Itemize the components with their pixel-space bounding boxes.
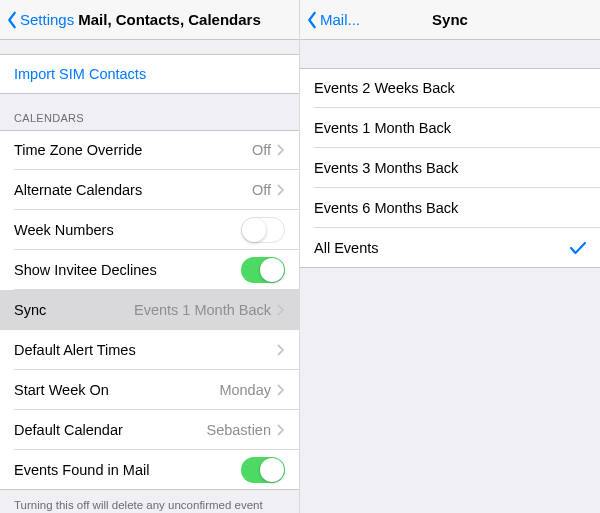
chevron-right-icon [277,384,285,396]
events-found-in-mail[interactable]: Events Found in Mail [0,450,299,490]
navbar-left: Settings Mail, Contacts, Calendars [0,0,299,40]
import-label: Import SIM Contacts [14,66,285,82]
content-left: Import SIM Contacts CALENDARS Time Zone … [0,40,299,513]
week-numbers-switch[interactable] [241,217,285,243]
cell-detail: Off [252,142,271,158]
sync-option-2weeks[interactable]: Events 2 Weeks Back [300,68,600,108]
cell-label: Show Invitee Declines [14,262,241,278]
cell-detail: Off [252,182,271,198]
footer-note: Turning this off will delete any unconfi… [0,490,299,513]
week-numbers[interactable]: Week Numbers [0,210,299,250]
back-label: Mail... [320,11,360,28]
chevron-left-icon [6,11,18,29]
sync[interactable]: Sync Events 1 Month Back [0,290,299,330]
calendars-header: CALENDARS [0,94,299,130]
cell-detail: Events 1 Month Back [134,302,271,318]
start-week-on[interactable]: Start Week On Monday [0,370,299,410]
cell-label: All Events [314,240,570,256]
chevron-right-icon [277,424,285,436]
cell-label: Events 1 Month Back [314,120,586,136]
chevron-right-icon [277,144,285,156]
default-alert-times[interactable]: Default Alert Times [0,330,299,370]
cell-label: Events 6 Months Back [314,200,586,216]
sync-option-6months[interactable]: Events 6 Months Back [300,188,600,228]
cell-label: Events 3 Months Back [314,160,586,176]
chevron-left-icon [306,11,318,29]
checkmark-icon [570,241,586,255]
back-button-settings[interactable]: Settings [6,11,74,29]
sync-panel: Mail... Sync Events 2 Weeks Back Events … [300,0,600,513]
alternate-calendars[interactable]: Alternate Calendars Off [0,170,299,210]
chevron-right-icon [277,184,285,196]
cell-label: Default Calendar [14,422,207,438]
sync-option-all[interactable]: All Events [300,228,600,268]
cell-label: Time Zone Override [14,142,252,158]
events-mail-switch[interactable] [241,457,285,483]
chevron-right-icon [277,304,285,316]
cell-label: Start Week On [14,382,219,398]
back-label: Settings [20,11,74,28]
cell-label: Sync [14,302,134,318]
cell-detail: Sebastien [207,422,272,438]
page-title-left: Mail, Contacts, Calendars [78,11,261,28]
back-button-mail[interactable]: Mail... [306,11,360,29]
import-sim-contacts[interactable]: Import SIM Contacts [0,54,299,94]
sync-option-1month[interactable]: Events 1 Month Back [300,108,600,148]
navbar-right: Mail... Sync [300,0,600,40]
show-invitee-declines[interactable]: Show Invitee Declines [0,250,299,290]
chevron-right-icon [277,344,285,356]
content-right: Events 2 Weeks Back Events 1 Month Back … [300,40,600,513]
cell-label: Events Found in Mail [14,462,241,478]
page-title-right: Sync [432,11,468,28]
cell-label: Default Alert Times [14,342,277,358]
time-zone-override[interactable]: Time Zone Override Off [0,130,299,170]
sync-option-3months[interactable]: Events 3 Months Back [300,148,600,188]
cell-detail: Monday [219,382,271,398]
cell-label: Events 2 Weeks Back [314,80,586,96]
cell-label: Week Numbers [14,222,241,238]
default-calendar[interactable]: Default Calendar Sebastien [0,410,299,450]
cell-label: Alternate Calendars [14,182,252,198]
settings-panel: Settings Mail, Contacts, Calendars Impor… [0,0,300,513]
invitee-declines-switch[interactable] [241,257,285,283]
